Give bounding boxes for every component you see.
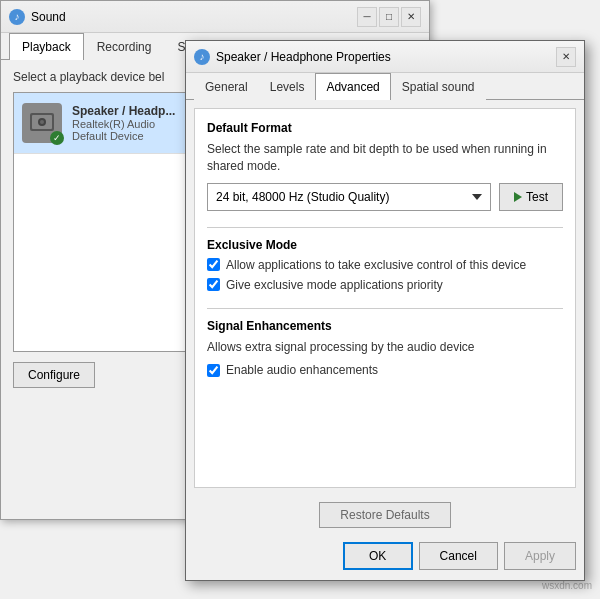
exclusive-checkbox-1: Allow applications to take exclusive con… — [207, 258, 563, 272]
default-format-title: Default Format — [207, 121, 563, 135]
signal-checkbox-1-input[interactable] — [207, 364, 220, 377]
tab-spatial-sound[interactable]: Spatial sound — [391, 73, 486, 100]
props-title-bar: ♪ Speaker / Headphone Properties ✕ — [186, 41, 584, 73]
signal-enhancements-desc: Allows extra signal processing by the au… — [207, 339, 563, 356]
maximize-button[interactable]: □ — [379, 7, 399, 27]
props-window: ♪ Speaker / Headphone Properties ✕ Gener… — [185, 40, 585, 581]
divider-1 — [207, 227, 563, 228]
tab-levels[interactable]: Levels — [259, 73, 316, 100]
tab-general[interactable]: General — [194, 73, 259, 100]
signal-enhancements-group: Signal Enhancements Allows extra signal … — [207, 319, 563, 378]
sound-window-icon: ♪ — [9, 9, 25, 25]
configure-button[interactable]: Configure — [13, 362, 95, 388]
props-tab-bar: General Levels Advanced Spatial sound — [186, 73, 584, 100]
test-label: Test — [526, 190, 548, 204]
tab-advanced[interactable]: Advanced — [315, 73, 390, 100]
default-format-group: Default Format Select the sample rate an… — [207, 121, 563, 211]
props-window-controls: ✕ — [556, 47, 576, 67]
sound-title-bar: ♪ Sound ─ □ ✕ — [1, 1, 429, 33]
restore-defaults-button[interactable]: Restore Defaults — [319, 502, 450, 528]
test-button[interactable]: Test — [499, 183, 563, 211]
exclusive-label-1: Allow applications to take exclusive con… — [226, 258, 526, 272]
signal-enhancements-title: Signal Enhancements — [207, 319, 563, 333]
tab-recording[interactable]: Recording — [84, 33, 165, 60]
divider-2 — [207, 308, 563, 309]
device-icon: ✓ — [22, 103, 62, 143]
format-dropdown[interactable]: 24 bit, 48000 Hz (Studio Quality) — [207, 183, 491, 211]
exclusive-mode-group: Exclusive Mode Allow applications to tak… — [207, 238, 563, 292]
exclusive-checkbox-2-input[interactable] — [207, 278, 220, 291]
props-close-button[interactable]: ✕ — [556, 47, 576, 67]
exclusive-checkbox-1-input[interactable] — [207, 258, 220, 271]
device-subname: Realtek(R) Audio — [72, 118, 175, 130]
device-info: Speaker / Headp... Realtek(R) Audio Defa… — [72, 104, 175, 142]
sound-window-title: Sound — [31, 10, 357, 24]
ok-button[interactable]: OK — [343, 542, 413, 570]
close-button[interactable]: ✕ — [401, 7, 421, 27]
device-name: Speaker / Headp... — [72, 104, 175, 118]
format-row: 24 bit, 48000 Hz (Studio Quality) Test — [207, 183, 563, 211]
exclusive-mode-title: Exclusive Mode — [207, 238, 563, 252]
signal-checkbox-1: Enable audio enhancements — [207, 363, 563, 377]
props-window-title: Speaker / Headphone Properties — [216, 50, 556, 64]
signal-label-1: Enable audio enhancements — [226, 363, 378, 377]
props-content: Default Format Select the sample rate an… — [194, 108, 576, 488]
device-status: Default Device — [72, 130, 175, 142]
apply-button[interactable]: Apply — [504, 542, 576, 570]
default-check: ✓ — [50, 131, 64, 145]
minimize-button[interactable]: ─ — [357, 7, 377, 27]
cancel-button[interactable]: Cancel — [419, 542, 498, 570]
dialog-buttons: OK Cancel Apply — [186, 534, 584, 580]
svg-point-3 — [40, 120, 44, 124]
tab-playback[interactable]: Playback — [9, 33, 84, 60]
sound-window-controls: ─ □ ✕ — [357, 7, 421, 27]
exclusive-checkbox-2: Give exclusive mode applications priorit… — [207, 278, 563, 292]
props-footer: Restore Defaults — [186, 496, 584, 534]
play-icon — [514, 192, 522, 202]
watermark: wsxdn.com — [542, 580, 592, 591]
default-format-desc: Select the sample rate and bit depth to … — [207, 141, 563, 175]
exclusive-label-2: Give exclusive mode applications priorit… — [226, 278, 443, 292]
props-window-icon: ♪ — [194, 49, 210, 65]
